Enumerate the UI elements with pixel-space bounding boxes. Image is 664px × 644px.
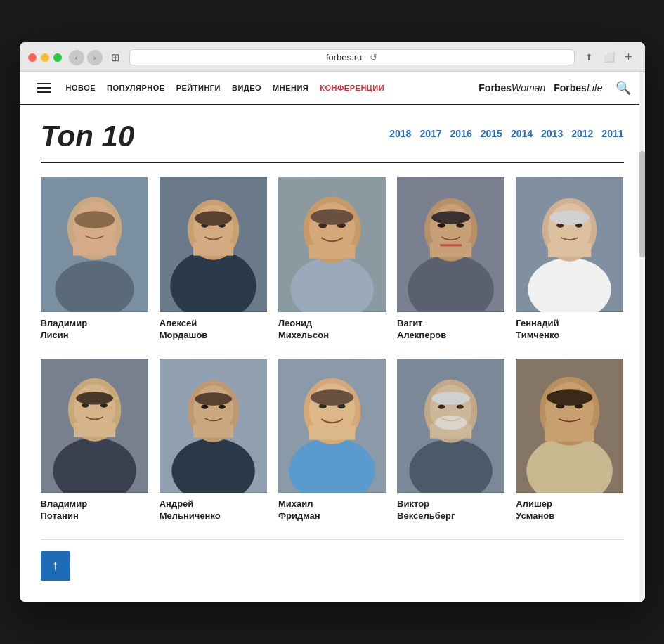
svg-point-81 [547,389,592,405]
person-image-vekselberg [397,359,504,494]
svg-point-56 [195,392,232,405]
year-2013[interactable]: 2013 [541,128,563,139]
person-card-potanin[interactable]: ВладимирПотанин [41,359,148,522]
svg-point-70 [438,404,445,408]
year-2011[interactable]: 2011 [601,128,623,139]
person-card-usmanov[interactable]: АлишерУсманов [516,359,623,522]
person-name-mikhelson: ЛеонидМихельсон [278,318,386,342]
url-text: forbes.ru [326,52,362,63]
maximize-dot[interactable] [53,53,62,62]
year-filters: 2018 2017 2016 2015 2014 2013 2012 2011 [389,120,623,139]
share-button[interactable]: ⬆ [582,50,597,65]
address-bar[interactable]: forbes.ru ↺ [129,49,575,65]
page-divider [41,539,624,540]
svg-point-29 [438,224,445,228]
nav-konferencii[interactable]: КОНФЕРЕНЦИИ [320,84,384,92]
sidebar-button[interactable]: ⊞ [110,51,122,64]
year-2012[interactable]: 2012 [571,128,593,139]
page-header: Топ 10 2018 2017 2016 2015 2014 2013 201… [41,120,624,163]
persons-row-2: ВладимирПотанин [41,359,624,522]
person-name-alekperov: ВагитАлекперов [397,318,504,342]
nav-populyarnoe[interactable]: ПОПУЛЯРНОЕ [107,84,165,92]
browser-nav-buttons: ‹ › [69,50,103,65]
close-dot[interactable] [28,53,37,62]
person-card-vekselberg[interactable]: ВикторВексельберг [397,359,504,522]
person-card-alekperov[interactable]: ВагитАлекперов [397,177,504,341]
person-photo-lisin [41,177,148,311]
svg-point-73 [431,392,470,404]
year-2016[interactable]: 2016 [450,128,472,139]
nav-video[interactable]: ВИДЕО [232,84,261,92]
person-card-fridman[interactable]: МихаилФридман [278,359,386,522]
person-image-alekperov [397,177,504,312]
svg-point-82 [545,418,562,430]
browser-content: НОВОЕ ПОПУЛЯРНОЕ РЕЙТИНГИ ВИДЕО МНЕНИЯ К… [20,72,645,602]
year-2014[interactable]: 2014 [511,128,533,139]
person-card-melnikchenko[interactable]: АндрейМельниченко [160,359,267,522]
hamburger-menu[interactable] [34,80,53,96]
nav-mneniya[interactable]: МНЕНИЯ [273,84,308,92]
person-photo-fridman [278,359,386,494]
person-name-potanin: ВладимирПотанин [41,498,148,522]
nav-logos: ForbesWoman ForbesLife [479,82,602,94]
person-name-vekselberg: ВикторВексельберг [397,498,504,522]
year-2015[interactable]: 2015 [481,128,502,139]
person-photo-mordashov [160,177,267,312]
person-name-melnikchenko: АндрейМельниченко [160,498,267,522]
person-card-mordashov[interactable]: АлексейМордашов [160,177,267,341]
svg-rect-61 [309,425,355,439]
minimize-dot[interactable] [41,53,49,62]
person-photo-melnikchenko [160,359,267,494]
person-name-fridman: МихаилФридман [278,498,386,522]
scrollbar-thumb[interactable] [639,151,645,257]
person-photo-usmanov [516,359,623,493]
person-card-lisin[interactable]: ВладимирЛисин [41,177,148,341]
person-card-timchenko[interactable]: ГеннадийТимченко [516,177,623,341]
nav-reitingi[interactable]: РЕЙТИНГИ [176,84,221,92]
svg-rect-37 [548,243,591,257]
year-2017[interactable]: 2017 [419,128,441,139]
person-photo-alekperov [397,177,504,312]
forward-button[interactable]: › [87,50,103,65]
svg-point-72 [435,415,467,429]
person-photo-timchenko [516,177,623,311]
svg-rect-32 [440,244,462,246]
main-content: Топ 10 2018 2017 2016 2015 2014 2013 201… [20,105,645,602]
scroll-top-button[interactable]: ↑ [41,551,70,581]
person-image-timchenko [516,177,623,311]
fullscreen-button[interactable]: ⬜ [601,50,617,65]
new-tab-button[interactable]: + [621,50,637,65]
forbes-life-logo[interactable]: ForbesLife [554,82,602,94]
browser-dots [28,53,62,62]
svg-point-31 [431,211,470,224]
browser-chrome: ‹ › ⊞ forbes.ru ↺ ⬆ ⬜ + [20,42,645,72]
person-card-mikhelson[interactable]: ЛеонидМихельсон [278,177,386,341]
svg-rect-4 [72,241,115,255]
person-image-melnikchenko [160,359,267,494]
svg-point-55 [218,404,225,408]
person-name-usmanov: АлишерУсманов [516,498,623,522]
year-2018[interactable]: 2018 [389,128,411,139]
svg-rect-53 [193,424,233,437]
page-title: Топ 10 [41,120,135,153]
svg-point-64 [311,389,353,405]
search-button[interactable]: 🔍 [616,80,631,96]
refresh-icon[interactable]: ↺ [370,52,377,63]
site-navigation: НОВОЕ ПОПУЛЯРНОЕ РЕЙТИНГИ ВИДЕО МНЕНИЯ К… [20,72,645,105]
nav-novoe[interactable]: НОВОЕ [66,84,96,92]
svg-point-30 [456,224,464,228]
back-button[interactable]: ‹ [69,50,84,65]
person-image-fridman [278,359,386,494]
svg-point-15 [195,211,232,225]
person-image-usmanov [516,359,623,493]
person-photo-potanin [41,359,148,493]
svg-point-71 [457,404,464,408]
forbes-woman-logo[interactable]: ForbesWoman [479,82,545,94]
svg-point-40 [549,210,590,224]
page-content: НОВОЕ ПОПУЛЯРНОЕ РЕЙТИНГИ ВИДЕО МНЕНИЯ К… [20,72,645,602]
persons-row-1: ВладимирЛисин [41,177,624,341]
person-image-mordashov [160,177,267,312]
scrollbar-track[interactable] [639,72,645,602]
person-image-mikhelson [278,177,386,312]
browser-actions: ⬆ ⬜ + [582,50,637,65]
